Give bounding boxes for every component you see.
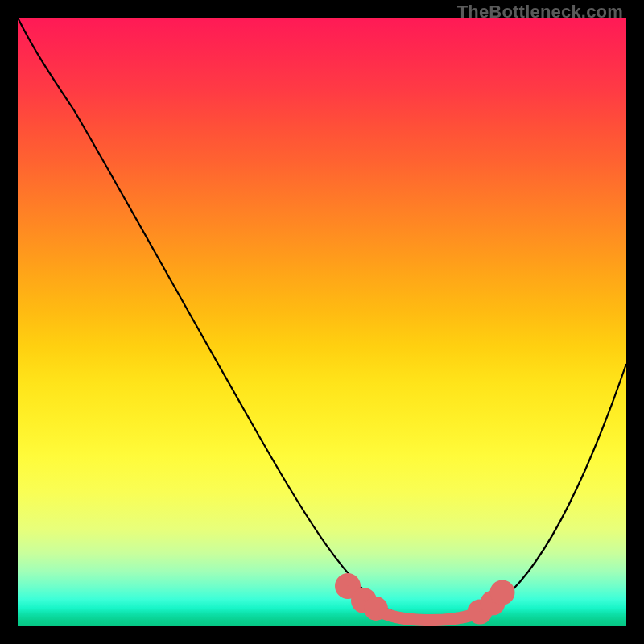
- svg-point-0: [341, 580, 355, 593]
- watermark-text: TheBottleneck.com: [457, 2, 623, 23]
- chart-frame: TheBottleneck.com: [0, 0, 644, 644]
- bottleneck-curve: [18, 18, 626, 620]
- optimal-range: [341, 580, 510, 621]
- plot-area: [18, 18, 626, 626]
- svg-point-5: [496, 586, 509, 599]
- curve-layer: [18, 18, 626, 626]
